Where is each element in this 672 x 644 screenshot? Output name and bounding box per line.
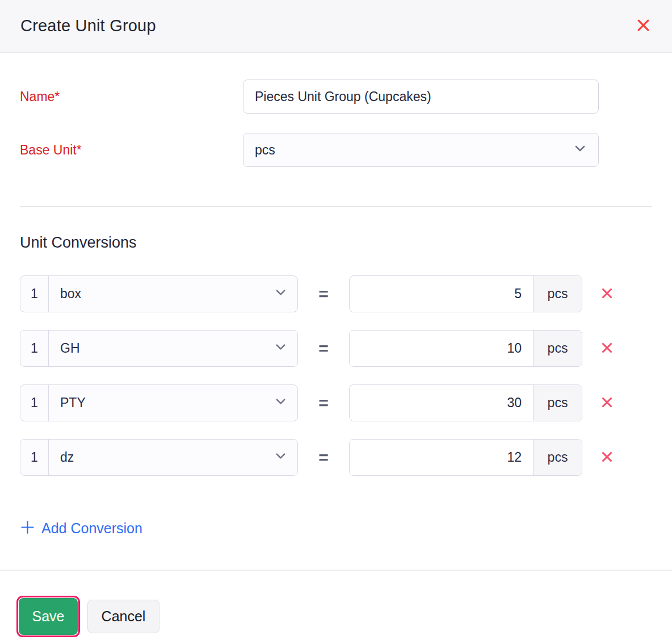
unit-quantity: 1 <box>20 385 49 421</box>
chevron-down-icon <box>274 340 287 357</box>
plus-icon <box>20 520 35 537</box>
modal-footer: Save Cancel <box>0 571 672 637</box>
conversion-value-input[interactable] <box>350 440 533 475</box>
conversion-row: 1 PTY = pcs <box>20 384 652 421</box>
unit-quantity: 1 <box>20 440 49 475</box>
create-unit-group-modal: Create Unit Group Name* Base Unit* pcs <box>0 0 672 644</box>
unit-value: box <box>60 286 81 302</box>
unit-select[interactable]: 1 GH <box>20 330 298 367</box>
unit-value: dz <box>60 450 74 465</box>
unit-conversions-heading: Unit Conversions <box>20 234 652 252</box>
equals-sign: = <box>298 285 349 304</box>
unit-select[interactable]: 1 dz <box>20 439 298 476</box>
conversion-row: 1 GH = pcs <box>20 330 652 367</box>
save-button[interactable]: Save <box>19 598 78 635</box>
delete-conversion-button[interactable] <box>601 287 613 301</box>
cancel-button[interactable]: Cancel <box>87 600 159 633</box>
conversion-value-group: pcs <box>349 275 582 312</box>
conversion-value-group: pcs <box>349 330 582 367</box>
chevron-down-icon <box>274 286 287 302</box>
delete-conversion-button[interactable] <box>601 342 613 356</box>
save-button-highlight: Save <box>16 596 80 637</box>
unit-quantity: 1 <box>20 331 49 366</box>
chevron-down-icon <box>573 141 587 158</box>
unit-select[interactable]: 1 box <box>20 275 298 312</box>
base-unit-field-row: Base Unit* pcs <box>20 133 652 167</box>
close-button[interactable] <box>636 18 650 34</box>
equals-sign: = <box>298 339 349 358</box>
name-label: Name* <box>20 89 243 104</box>
unit-select[interactable]: 1 PTY <box>20 384 298 421</box>
conversion-row: 1 dz = pcs <box>20 439 652 476</box>
base-unit-suffix: pcs <box>533 385 582 421</box>
add-conversion-button[interactable]: Add Conversion <box>20 520 142 537</box>
base-unit-suffix: pcs <box>533 276 582 312</box>
base-unit-suffix: pcs <box>533 331 582 366</box>
base-unit-value: pcs <box>255 143 275 158</box>
x-icon <box>601 396 613 410</box>
delete-conversion-button[interactable] <box>601 396 613 410</box>
x-icon <box>601 342 613 356</box>
unit-value: PTY <box>60 395 86 411</box>
modal-title: Create Unit Group <box>20 16 156 35</box>
conversion-rows: 1 box = pcs <box>20 275 652 476</box>
base-unit-suffix: pcs <box>533 440 582 475</box>
modal-header: Create Unit Group <box>0 0 672 53</box>
conversion-value-group: pcs <box>349 439 582 476</box>
modal-body: Name* Base Unit* pcs Unit Conversions 1 <box>0 80 672 537</box>
conversion-value-input[interactable] <box>350 331 533 366</box>
section-divider <box>20 206 652 207</box>
x-icon <box>636 18 650 34</box>
unit-value: GH <box>60 341 80 356</box>
chevron-down-icon <box>274 395 287 411</box>
conversion-value-group: pcs <box>349 384 582 421</box>
chevron-down-icon <box>274 449 287 466</box>
add-conversion-label: Add Conversion <box>41 520 142 537</box>
equals-sign: = <box>298 394 349 413</box>
conversion-value-input[interactable] <box>350 385 533 421</box>
name-input[interactable] <box>243 80 599 114</box>
x-icon <box>601 451 613 465</box>
delete-conversion-button[interactable] <box>601 451 613 465</box>
equals-sign: = <box>298 448 349 467</box>
base-unit-select[interactable]: pcs <box>243 133 599 167</box>
unit-quantity: 1 <box>20 276 49 312</box>
conversion-value-input[interactable] <box>350 276 533 312</box>
x-icon <box>601 287 613 301</box>
base-unit-label: Base Unit* <box>20 143 243 158</box>
conversion-row: 1 box = pcs <box>20 275 652 312</box>
name-field-row: Name* <box>20 80 652 114</box>
